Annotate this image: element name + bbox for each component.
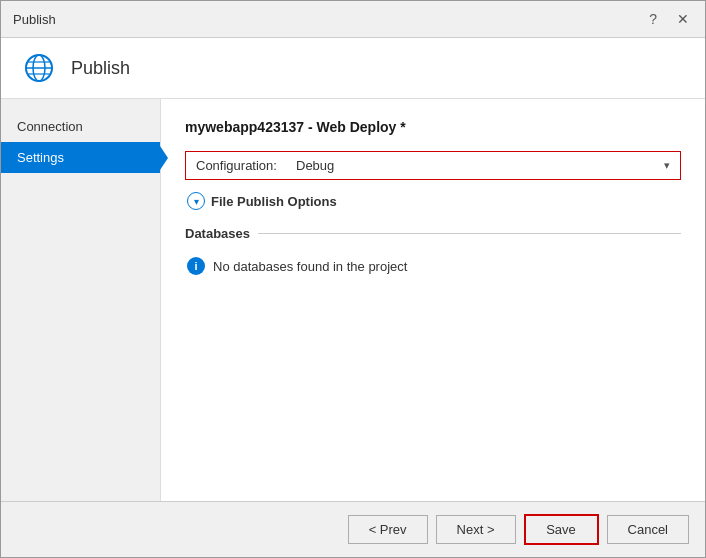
help-button[interactable]: ? [645,9,661,29]
title-bar: Publish ? ✕ [1,1,705,38]
sidebar-item-connection[interactable]: Connection [1,111,160,142]
databases-divider [258,233,681,234]
next-button[interactable]: Next > [436,515,516,544]
file-publish-row: ▾ File Publish Options [185,192,681,210]
content-area: Connection Settings mywebapp423137 - Web… [1,99,705,501]
close-button[interactable]: ✕ [673,9,693,29]
configuration-row: Configuration: Debug Release ▾ [185,151,681,180]
publish-dialog: Publish ? ✕ Publish Connection Se [0,0,706,558]
config-label: Configuration: [196,158,296,173]
save-button[interactable]: Save [524,514,599,545]
databases-header: Databases [185,226,681,241]
dialog-title: Publish [13,12,56,27]
no-databases-row: i No databases found in the project [185,257,681,275]
deploy-title: mywebapp423137 - Web Deploy * [185,119,681,135]
cancel-button[interactable]: Cancel [607,515,689,544]
main-content: mywebapp423137 - Web Deploy * Configurat… [161,99,705,501]
prev-button[interactable]: < Prev [348,515,428,544]
databases-label: Databases [185,226,250,241]
no-databases-text: No databases found in the project [213,259,407,274]
file-publish-toggle[interactable]: ▾ [187,192,205,210]
sidebar: Connection Settings [1,99,161,501]
title-bar-left: Publish [13,12,56,27]
databases-section: Databases i No databases found in the pr… [185,226,681,275]
footer: < Prev Next > Save Cancel [1,501,705,557]
info-icon: i [187,257,205,275]
header: Publish [1,38,705,99]
header-title: Publish [71,58,130,79]
title-bar-right: ? ✕ [645,9,693,29]
sidebar-item-settings[interactable]: Settings [1,142,160,173]
config-select-wrapper: Debug Release ▾ [296,158,670,173]
config-select[interactable]: Debug Release [296,158,670,173]
file-publish-label: File Publish Options [211,194,337,209]
globe-icon [21,50,57,86]
